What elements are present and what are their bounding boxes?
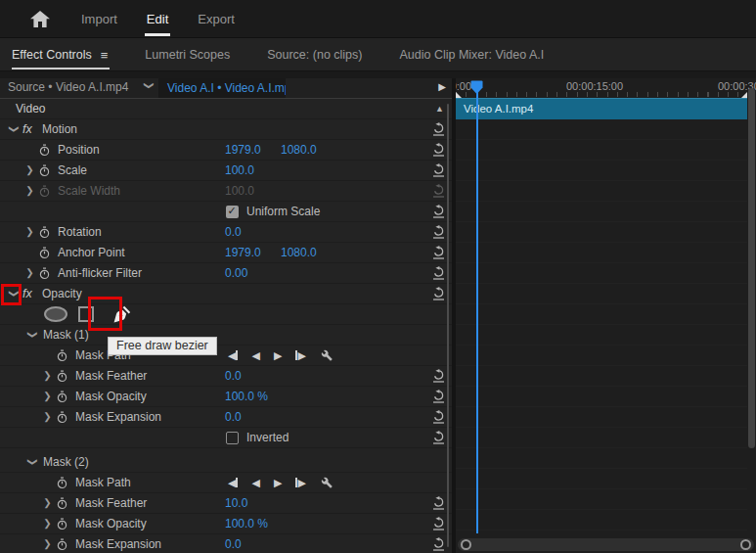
stopwatch-toggle[interactable]	[38, 247, 56, 259]
nav-item-export[interactable]: Export	[196, 12, 237, 26]
reset-parameter-button[interactable]	[432, 184, 446, 199]
expand-chevron-icon[interactable]: ❯	[43, 539, 51, 549]
value-mask-feather-0[interactable]: 10.0	[225, 496, 247, 510]
stopwatch-toggle[interactable]	[56, 518, 73, 530]
nav-item-import[interactable]: Import	[79, 12, 119, 26]
playhead-line[interactable]	[476, 83, 478, 533]
stopwatch-toggle[interactable]	[56, 411, 73, 424]
ellipse-mask-tool[interactable]	[44, 306, 67, 322]
chevron-slot: ❯	[22, 268, 38, 278]
param-label: Mask Expansion	[75, 410, 161, 424]
expand-chevron-icon[interactable]: ❯	[25, 268, 33, 278]
expand-chevron-icon[interactable]: ❯	[25, 186, 33, 196]
reset-parameter-button[interactable]	[432, 225, 446, 240]
effect-panel-scrollbar[interactable]	[447, 104, 449, 547]
expand-chevron-icon[interactable]: ❯	[43, 412, 51, 422]
mask-track-forward-button[interactable]: ▶	[274, 478, 282, 488]
value-rotation-0[interactable]: 0.0	[225, 225, 242, 239]
expand-chevron-icon[interactable]: ❯	[43, 519, 51, 529]
reset-parameter-button[interactable]	[432, 122, 446, 137]
panel-tab-effect-controls[interactable]: Effect Controls≡	[12, 48, 108, 63]
timeline-zoom-scrollbar[interactable]	[458, 538, 754, 551]
chevron-down-icon[interactable]: ❯	[144, 81, 155, 89]
expand-chevron-icon[interactable]: ❯	[9, 125, 19, 133]
expand-chevron-icon[interactable]: ❯	[43, 498, 51, 508]
stopwatch-toggle[interactable]	[56, 477, 73, 489]
expand-chevron-icon[interactable]: ❯	[43, 392, 51, 401]
stopwatch-toggle[interactable]	[38, 267, 56, 280]
stopwatch-toggle[interactable]	[56, 349, 73, 362]
collapse-up-icon[interactable]: ▲	[435, 104, 444, 114]
reset-parameter-button[interactable]	[432, 390, 446, 404]
panel-tab-source-no-clips[interactable]: Source: (no clips)	[267, 48, 362, 62]
nav-item-edit[interactable]: Edit	[145, 12, 170, 26]
stopwatch-icon	[56, 391, 68, 403]
clip-bar[interactable]: Video A.I.mp4	[456, 98, 747, 119]
reset-parameter-button[interactable]	[432, 246, 446, 260]
stopwatch-toggle[interactable]	[56, 538, 73, 551]
rectangle-mask-tool[interactable]	[78, 306, 94, 322]
home-icon[interactable]	[30, 11, 50, 27]
reset-parameter-button[interactable]	[432, 517, 446, 531]
value-mask-feather-0[interactable]: 0.0	[225, 369, 242, 383]
value-mask-expansion-0[interactable]: 0.0	[225, 537, 242, 551]
checkbox-inverted[interactable]	[226, 432, 239, 444]
reset-parameter-button[interactable]	[432, 369, 446, 384]
zoom-handle-left[interactable]	[461, 539, 471, 550]
checkbox-uniform-scale[interactable]	[226, 206, 239, 218]
active-clip-tab[interactable]: Video A.I • Video A.I.mp4	[158, 78, 286, 98]
reset-parameter-button[interactable]	[432, 287, 446, 301]
value-mask-opacity-0[interactable]: 100.0 %	[225, 390, 268, 403]
expand-chevron-icon[interactable]: ❯	[25, 165, 33, 175]
chevron-slot: ❯	[6, 289, 22, 299]
expand-chevron-icon[interactable]: ❯	[43, 371, 51, 381]
expand-chevron-icon[interactable]: ❯	[9, 290, 19, 298]
stopwatch-toggle[interactable]	[38, 164, 56, 177]
panel-tab-lumetri-scopes[interactable]: Lumetri Scopes	[145, 48, 230, 62]
mask-track-backward-button[interactable]: ◀	[251, 350, 259, 361]
stopwatch-toggle[interactable]	[38, 226, 56, 239]
stopwatch-toggle[interactable]	[56, 391, 73, 403]
value-anti-flicker-filter-0[interactable]: 0.00	[225, 266, 247, 280]
value-scale-0[interactable]: 100.0	[225, 163, 254, 177]
reset-parameter-button[interactable]	[432, 496, 446, 511]
zoom-handle-right[interactable]	[740, 539, 751, 550]
stopwatch-toggle[interactable]	[56, 497, 73, 510]
playhead-handle[interactable]	[470, 80, 483, 95]
stopwatch-toggle[interactable]	[38, 144, 56, 157]
chevron-slot: ❯	[39, 392, 56, 401]
value-mask-expansion-0[interactable]: 0.0	[225, 410, 242, 424]
stopwatch-toggle[interactable]	[56, 370, 73, 383]
mask-track-back-frame-button[interactable]: ◀	[228, 350, 238, 361]
mask-tracking-options-button[interactable]	[320, 348, 334, 362]
free-draw-bezier-tool[interactable]	[111, 304, 132, 325]
expand-chevron-icon[interactable]: ❯	[25, 227, 33, 237]
panel-tab-audio-clip-mixer-video-a-i[interactable]: Audio Clip Mixer: Video A.I	[399, 48, 544, 62]
mask-track-backward-button[interactable]: ◀	[251, 478, 259, 488]
expand-chevron-icon[interactable]: ❯	[27, 331, 37, 339]
reset-parameter-button[interactable]	[432, 431, 446, 445]
value-position-1[interactable]: 1080.0	[281, 143, 317, 157]
panel-menu-icon[interactable]: ≡	[101, 48, 109, 63]
reset-parameter-button[interactable]	[432, 410, 446, 425]
value-anchor-point-1[interactable]: 1080.0	[281, 246, 317, 259]
reset-parameter-button[interactable]	[432, 205, 446, 219]
expand-chevron-icon[interactable]: ❯	[27, 458, 37, 466]
stopwatch-toggle[interactable]	[38, 185, 56, 198]
value-mask-opacity-0[interactable]: 100.0 %	[225, 517, 268, 530]
mask-track-forward-frame-button[interactable]: ▶	[295, 350, 305, 361]
value-anchor-point-0[interactable]: 1979.0	[225, 246, 261, 259]
reset-parameter-button[interactable]	[432, 266, 446, 281]
timeline-vertical-scrollbar[interactable]	[748, 88, 755, 448]
mask-tracking-options-button[interactable]	[320, 476, 334, 489]
time-ruler[interactable]: 00:00:00:00 00:00:15:00 00:00:30:00	[456, 78, 756, 98]
value-scale-width-0[interactable]: 100.0	[225, 184, 254, 198]
reset-parameter-button[interactable]	[432, 537, 446, 552]
panel-scroll-right-icon[interactable]: ▶	[438, 81, 446, 92]
value-position-0[interactable]: 1979.0	[225, 143, 261, 157]
reset-parameter-button[interactable]	[432, 143, 446, 158]
reset-parameter-button[interactable]	[432, 163, 446, 178]
mask-track-forward-button[interactable]: ▶	[274, 350, 282, 361]
mask-track-back-frame-button[interactable]: ◀	[228, 478, 238, 488]
mask-track-forward-frame-button[interactable]: ▶	[295, 478, 305, 488]
